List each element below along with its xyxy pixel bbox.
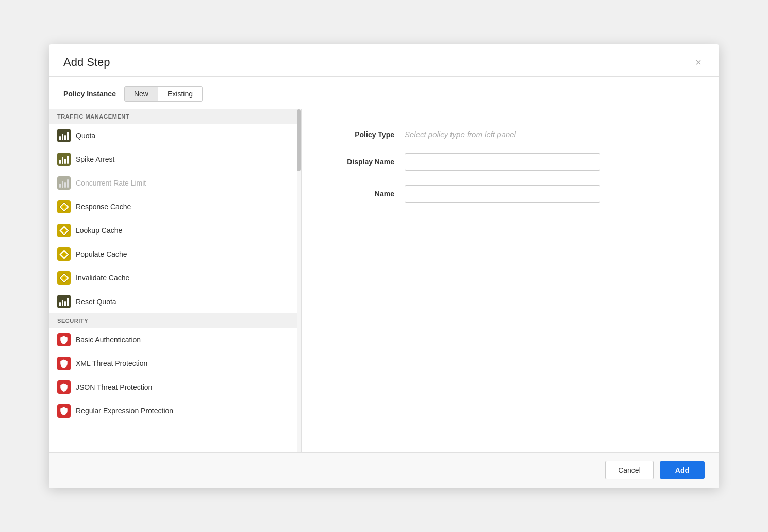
dialog-footer: Cancel Add (49, 452, 719, 488)
list-item[interactable]: Quota (49, 124, 301, 147)
display-name-label: Display Name (332, 158, 394, 166)
quota-icon (57, 129, 71, 142)
add-step-dialog: Add Step × Policy Instance New Existing … (49, 44, 719, 488)
populate-cache-label: Populate Cache (76, 250, 127, 258)
concurrent-rate-limit-label: Concurrent Rate Limit (76, 179, 146, 187)
policy-instance-row: Policy Instance New Existing (49, 77, 719, 109)
basic-auth-icon (57, 333, 71, 346)
list-item[interactable]: XML Threat Protection (49, 352, 301, 375)
lookup-cache-label: Lookup Cache (76, 226, 122, 235)
cancel-button[interactable]: Cancel (605, 461, 654, 479)
list-item[interactable]: Populate Cache (49, 242, 301, 266)
display-name-row: Display Name (332, 153, 688, 171)
add-button[interactable]: Add (660, 461, 705, 479)
dialog-title: Add Step (63, 56, 110, 69)
policy-type-value: Select policy type from left panel (405, 130, 516, 139)
response-cache-icon (57, 200, 71, 213)
policy-type-label: Policy Type (332, 130, 394, 139)
json-threat-icon (57, 380, 71, 394)
list-item[interactable]: Lookup Cache (49, 219, 301, 242)
close-button[interactable]: × (692, 56, 705, 69)
invalidate-cache-label: Invalidate Cache (76, 274, 129, 282)
spike-arrest-icon (57, 153, 71, 166)
list-item[interactable]: Reset Quota (49, 290, 301, 313)
list-item[interactable]: Spike Arrest (49, 147, 301, 171)
spike-arrest-label: Spike Arrest (76, 155, 114, 163)
section-security: SECURITY (49, 313, 301, 328)
xml-threat-icon (57, 357, 71, 370)
list-item[interactable]: Basic Authentication (49, 328, 301, 352)
json-threat-label: JSON Threat Protection (76, 383, 152, 391)
reset-quota-icon (57, 295, 71, 308)
dialog-body: TRAFFIC MANAGEMENT Quota (49, 109, 719, 452)
list-item[interactable]: JSON Threat Protection (49, 375, 301, 399)
name-row: Name (332, 185, 688, 203)
regex-protection-label: Regular Expression Protection (76, 407, 173, 415)
list-item[interactable]: Invalidate Cache (49, 266, 301, 290)
toggle-existing[interactable]: Existing (158, 87, 202, 101)
left-panel: TRAFFIC MANAGEMENT Quota (49, 109, 302, 452)
section-traffic-management: TRAFFIC MANAGEMENT (49, 109, 301, 124)
scrollbar-thumb[interactable] (297, 109, 301, 171)
list-item[interactable]: Response Cache (49, 195, 301, 219)
concurrent-rate-limit-icon (57, 176, 71, 190)
scrollbar-track (297, 109, 301, 452)
right-panel: Policy Type Select policy type from left… (302, 109, 719, 452)
response-cache-label: Response Cache (76, 203, 131, 211)
lookup-cache-icon (57, 224, 71, 237)
dialog-header: Add Step × (49, 44, 719, 77)
xml-threat-label: XML Threat Protection (76, 359, 147, 368)
name-input[interactable] (405, 185, 600, 203)
display-name-input[interactable] (405, 153, 600, 171)
name-label: Name (332, 190, 394, 198)
quota-label: Quota (76, 131, 95, 140)
basic-auth-label: Basic Authentication (76, 336, 141, 344)
policy-instance-label: Policy Instance (63, 90, 116, 98)
toggle-new[interactable]: New (125, 87, 158, 101)
list-item: Concurrent Rate Limit (49, 171, 301, 195)
regex-protection-icon (57, 404, 71, 418)
policy-instance-toggle: New Existing (124, 86, 203, 102)
populate-cache-icon (57, 247, 71, 261)
reset-quota-label: Reset Quota (76, 297, 116, 306)
list-item[interactable]: Regular Expression Protection (49, 399, 301, 423)
invalidate-cache-icon (57, 271, 71, 285)
policy-type-row: Policy Type Select policy type from left… (332, 130, 688, 139)
